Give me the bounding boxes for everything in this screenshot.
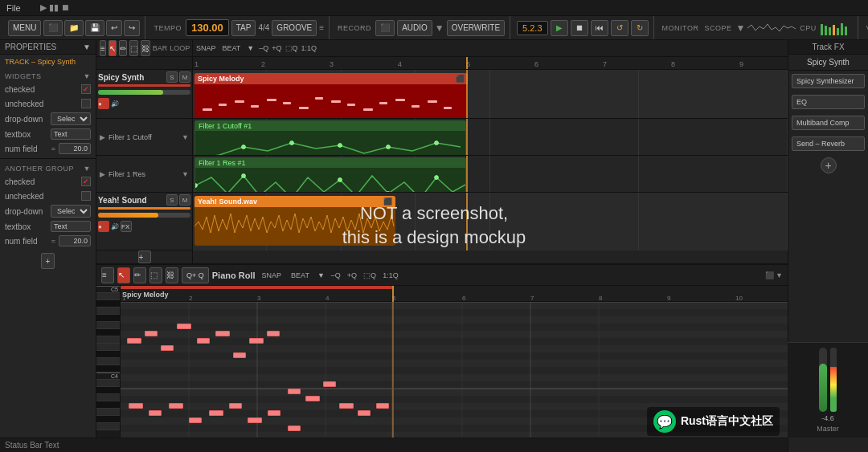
track-list-btn[interactable]: ≡ (100, 40, 106, 56)
fx-slot-2[interactable]: Multiband Comp (792, 116, 865, 130)
stop-btn[interactable]: ⏹ (571, 20, 588, 36)
piano-key-f3[interactable] (96, 423, 120, 430)
pr-note-10[interactable] (288, 389, 301, 394)
zoom-out-btn[interactable]: –Q (259, 44, 268, 52)
piano-key-b3[interactable] (96, 380, 120, 387)
sidebar-checked-item2[interactable]: checked ✓ (0, 174, 96, 189)
track-solo-btn-yeah[interactable]: S (166, 194, 178, 206)
track-rec-btn-yeah[interactable]: ● (98, 221, 109, 232)
track-solo-btn-1[interactable]: S (166, 71, 178, 83)
sidebar-textbox[interactable] (51, 128, 91, 140)
fx-slot-3[interactable]: Send – Reverb (792, 136, 865, 151)
sidebar-checkbox-checked2[interactable]: ✓ (81, 177, 91, 186)
piano-key-gs4[interactable] (96, 315, 120, 322)
new-btn[interactable]: ⬛ (43, 20, 63, 36)
add-widget-btn[interactable]: + (41, 253, 55, 269)
pr-note-12[interactable] (323, 381, 336, 387)
pr-note-21[interactable] (288, 426, 301, 431)
open-btn[interactable]: 📁 (64, 20, 84, 36)
menu-button[interactable]: MENU (8, 20, 41, 36)
sidebar-unchecked-item[interactable]: unchecked (0, 96, 96, 111)
redo-btn[interactable]: ↪ (124, 20, 140, 36)
pr-note-4[interactable] (177, 324, 191, 329)
automation-expand-icon[interactable]: ▶ (100, 133, 105, 141)
another-group-collapse-icon[interactable]: ▼ (84, 165, 91, 173)
pr-note-18[interactable] (229, 403, 242, 409)
tap-btn[interactable]: TAP (231, 20, 256, 36)
zoom-in-btn[interactable]: +Q (272, 44, 281, 52)
overwrite-btn[interactable]: OVERWRITE (447, 20, 505, 36)
pr-zoom-100[interactable]: 1:1Q (383, 271, 399, 279)
back-btn[interactable]: ⏮ (591, 20, 608, 36)
piano-key-as4[interactable] (96, 300, 120, 307)
pr-note-17[interactable] (209, 410, 223, 416)
sidebar-checkbox-checked[interactable]: ✓ (81, 84, 91, 94)
pr-draw-btn[interactable]: ✏ (133, 267, 146, 283)
piano-key-d4[interactable] (96, 358, 120, 365)
pr-note-15[interactable] (169, 403, 183, 409)
groove-btn[interactable]: GROOVE (272, 20, 317, 36)
piano-key-f4[interactable] (96, 336, 120, 344)
pr-note-1[interactable] (127, 338, 141, 344)
piano-key-c5[interactable]: C5 (96, 286, 120, 293)
piano-key-c4[interactable]: C4 (96, 373, 120, 380)
piano-key-a3[interactable] (96, 394, 120, 401)
sidebar-numfield2[interactable] (59, 235, 91, 246)
pr-note-13[interactable] (129, 403, 143, 409)
piano-key-fs4[interactable] (96, 329, 120, 336)
add-track-btn[interactable]: + (138, 250, 151, 263)
track-content-yeah[interactable]: Yeah! Sound.wav ⬛ (193, 193, 788, 250)
pr-note-3[interactable] (161, 345, 174, 351)
pr-note-24[interactable] (376, 403, 389, 409)
piano-key-g4[interactable] (96, 322, 120, 329)
pr-note-11[interactable] (305, 396, 320, 401)
pr-note-6[interactable] (215, 331, 230, 336)
piano-key-gs3[interactable] (96, 401, 120, 409)
loop-btn[interactable]: ↺ (611, 20, 628, 36)
pr-note-14[interactable] (149, 410, 162, 416)
pr-note-5[interactable] (197, 338, 210, 344)
track-fx-btn-yeah[interactable]: FX (121, 221, 132, 232)
fx-add-btn[interactable]: + (821, 157, 837, 173)
pr-zoom-dropdown[interactable]: ▼ (317, 271, 325, 279)
pr-collapse-icon[interactable]: ⬛ ▼ (765, 271, 783, 279)
piano-key-cs4[interactable] (96, 365, 120, 373)
pr-cursor-btn[interactable]: ↖ (117, 267, 130, 283)
sidebar-checkbox-unchecked[interactable] (81, 99, 91, 108)
save-btn[interactable]: 💾 (85, 20, 104, 36)
clip-spicy-melody[interactable]: Spicy Melody ⬛ (194, 73, 468, 118)
piano-key-e4[interactable] (96, 344, 120, 351)
rec-mode-btn[interactable]: ⬛ (375, 20, 395, 36)
audio-btn[interactable]: AUDIO (397, 20, 432, 36)
play-btn[interactable]: ▶ (551, 20, 568, 36)
track-zoom-btn[interactable]: ▼ (247, 44, 254, 52)
pr-note-9[interactable] (267, 331, 280, 336)
fx-slot-0[interactable]: Spicy Synthesizer (792, 74, 865, 88)
pr-link-btn[interactable]: ⛓ (166, 267, 178, 283)
menu-file[interactable]: File (3, 3, 24, 13)
sidebar-dropdown[interactable]: Select (51, 112, 91, 125)
pr-note-2[interactable] (145, 331, 158, 336)
track-fader-yeah[interactable] (98, 213, 190, 218)
pr-list-btn[interactable]: ≡ (101, 267, 114, 283)
automation-content-cutoff[interactable]: Filter 1 Cutoff #1 (193, 119, 788, 155)
sidebar-checkbox-unchecked2[interactable] (81, 191, 91, 201)
sidebar-collapse-icon[interactable]: ▼ (83, 43, 91, 51)
automation-toggle-icon-res[interactable]: ▼ (182, 170, 189, 178)
track-content-1[interactable]: Spicy Melody ⬛ (193, 70, 788, 118)
track-cursor-btn[interactable]: ↖ (108, 40, 117, 56)
pr-note-7[interactable] (233, 352, 246, 358)
piano-key-ds4[interactable] (96, 351, 120, 358)
sidebar-dropdown2[interactable]: Select (51, 205, 91, 218)
pr-select-btn[interactable]: ⬚ (149, 267, 162, 283)
fx-slot-1[interactable]: EQ (792, 95, 865, 109)
pr-note-16[interactable] (189, 417, 202, 423)
undo-btn[interactable]: ↩ (106, 20, 122, 36)
automation-clip-res[interactable]: Filter 1 Res #1 (194, 157, 466, 192)
sidebar-checked-item[interactable]: checked ✓ (0, 82, 96, 96)
track-mute-btn-yeah[interactable]: M (179, 194, 190, 206)
automation-toggle-icon[interactable]: ▼ (182, 133, 189, 141)
sidebar-numfield[interactable] (59, 143, 91, 154)
piano-key-fs3[interactable] (96, 416, 120, 423)
pr-zoom-out[interactable]: –Q (331, 271, 341, 279)
